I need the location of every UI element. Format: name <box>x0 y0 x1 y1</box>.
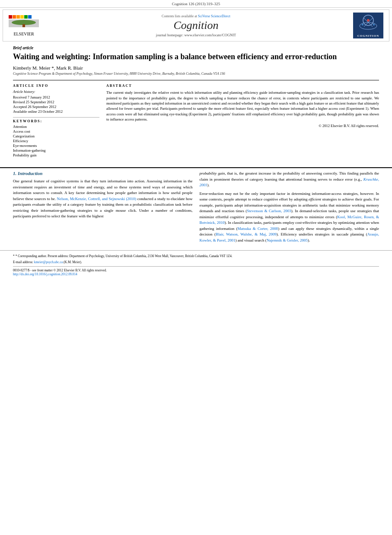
keyword-7: Probability gain <box>13 153 99 157</box>
affiliation-text: Cognitive Science Program & Department o… <box>13 72 379 76</box>
body-right-column: probability gain, that is, the greatest … <box>200 171 379 246</box>
email-suffix: (K.M. Meier). <box>64 260 82 264</box>
svg-point-9 <box>373 24 375 25</box>
intro-section-title: 1. Introduction <box>13 171 193 176</box>
najemnik-link[interactable]: Najemnik & Geisler, 2005 <box>267 238 308 242</box>
blair-link[interactable]: Blair, Watson, Walshe, & Maj, 2009 <box>216 232 277 236</box>
matsuka-link[interactable]: Matsuka & Corter, 2008 <box>237 226 278 231</box>
sciverse-line: Contents lists available at SciVerse Sci… <box>41 14 351 18</box>
elsevier-logo-area: ELSEVIER <box>6 15 41 36</box>
svg-rect-2 <box>353 14 383 33</box>
article-content: Brief article Waiting and weighting: Inf… <box>0 43 392 165</box>
keyword-5: Eye-movements <box>13 143 99 148</box>
tree-svg <box>9 19 39 27</box>
keyword-2: Access cost <box>13 129 99 134</box>
footer-doi-link[interactable]: http://dx.doi.org/10.1016/j.cognition.20… <box>13 272 77 276</box>
keyword-1: Attention <box>13 124 99 129</box>
intro-paragraph1: One general feature of cognitive systems… <box>13 178 193 220</box>
svg-point-7 <box>367 19 370 22</box>
article-history: Article history: Received 7 January 2012… <box>13 89 99 114</box>
history-received: Received 7 January 2012 <box>13 95 99 99</box>
logo-sq2 <box>13 15 16 19</box>
abstract-column: ABSTRACT The current study investigates … <box>106 84 379 158</box>
cognition-logo-box: COGNITION <box>353 13 383 38</box>
right-logo-area: COGNITION <box>351 13 386 38</box>
keyword-3: Categorization <box>13 134 99 138</box>
history-revised: Revised 25 September 2012 <box>13 100 99 104</box>
cognition-logo-text: COGNITION <box>353 33 383 38</box>
article-info-column: ARTICLE INFO Article history: Received 7… <box>13 84 99 158</box>
history-accepted: Accepted 26 September 2012 <box>13 105 99 109</box>
kruschke-link[interactable]: Kruschke, 2001 <box>200 177 379 188</box>
right-paragraph1: probability gain, that is, the greatest … <box>200 171 379 188</box>
article-title: Waiting and weighting: Information sampl… <box>13 52 379 62</box>
article-type-label: Brief article <box>13 46 379 50</box>
elsevier-squares <box>9 15 39 19</box>
stevenson-link[interactable]: Stevenson & Carlson, 2003 <box>247 209 291 213</box>
homepage-text: journal homepage: www.elsevier.com/locat… <box>156 33 236 37</box>
copyright-line: © 2012 Elsevier B.V. All rights reserved… <box>106 124 379 128</box>
article-info-abstract-section: ARTICLE INFO Article history: Received 7… <box>13 80 379 158</box>
cognition-art-svg <box>353 14 383 33</box>
footer-divider <box>13 266 379 267</box>
elsevier-logo <box>9 15 39 32</box>
kool-link[interactable]: Kool, McGuire, Rosen, & Botvinick, 2010 <box>200 215 379 225</box>
main-body: 1. Introduction One general feature of c… <box>0 171 392 246</box>
logo-sq4 <box>20 15 24 19</box>
logo-sq5 <box>24 15 28 19</box>
email-link[interactable]: kmeier@psych.ubc.ca <box>34 260 63 264</box>
nelson-link[interactable]: Nelson, McKenzie, Cottrell, and Sejnowsk… <box>57 197 136 201</box>
article-info-header: ARTICLE INFO <box>13 84 99 88</box>
history-online: Available online 23 October 2012 <box>13 109 99 114</box>
keywords-section: Keywords: Attention Access cost Categori… <box>13 117 99 157</box>
email-label: E-mail address: <box>13 260 33 264</box>
abstract-header: ABSTRACT <box>106 84 379 88</box>
keywords-header: Keywords: <box>13 119 99 123</box>
doi-bar: Cognition 126 (2013) 319–325 <box>0 0 392 8</box>
body-left-column: 1. Introduction One general feature of c… <box>13 171 193 246</box>
svg-rect-1 <box>22 24 25 27</box>
history-label: Article history: <box>13 89 99 94</box>
authors-line: Kimberly M. Meier *, Mark R. Blair <box>13 65 379 70</box>
homepage-line: journal homepage: www.elsevier.com/locat… <box>41 33 351 37</box>
copyright-text: 0010-0277/$ - see front matter © 2012 El… <box>13 268 107 272</box>
body-divider <box>0 167 392 168</box>
footnote-corresponding: * * Corresponding author. Present addres… <box>13 254 379 259</box>
right-paragraph2: Error-reduction may not be the only impo… <box>200 191 379 244</box>
svg-point-8 <box>362 24 363 25</box>
logo-sq3 <box>16 15 20 19</box>
doi-text: Cognition 126 (2013) 319–325 <box>172 2 220 6</box>
logo-sq6 <box>28 15 32 19</box>
journal-title: Cognition <box>41 19 351 32</box>
authors-text: Kimberly M. Meier *, Mark R. Blair <box>13 65 83 70</box>
logo-sq1 <box>9 15 12 19</box>
elsevier-label: ELSEVIER <box>13 32 34 36</box>
abstract-text: The current study investigates the relat… <box>106 90 379 122</box>
journal-header: ELSEVIER Contents lists available at Sci… <box>3 10 389 41</box>
footer-copyright: 0010-0277/$ - see front matter © 2012 El… <box>13 268 379 272</box>
keyword-4: Efficiency <box>13 139 99 143</box>
footer-area: * * Corresponding author. Present addres… <box>0 250 392 280</box>
journal-center: Contents lists available at SciVerse Sci… <box>41 14 351 37</box>
tree-graphic <box>9 19 39 27</box>
footnote-text-content: * Corresponding author. Present address:… <box>16 254 233 258</box>
footer-doi: http://dx.doi.org/10.1016/j.cognition.20… <box>13 272 379 276</box>
sciverse-link[interactable]: SciVerse ScienceDirect <box>198 14 230 18</box>
footnote-email: E-mail address: kmeier@psych.ubc.ca (K.M… <box>13 260 379 265</box>
keyword-6: Information-gathering <box>13 148 99 153</box>
cognition-logo-art <box>353 14 383 33</box>
